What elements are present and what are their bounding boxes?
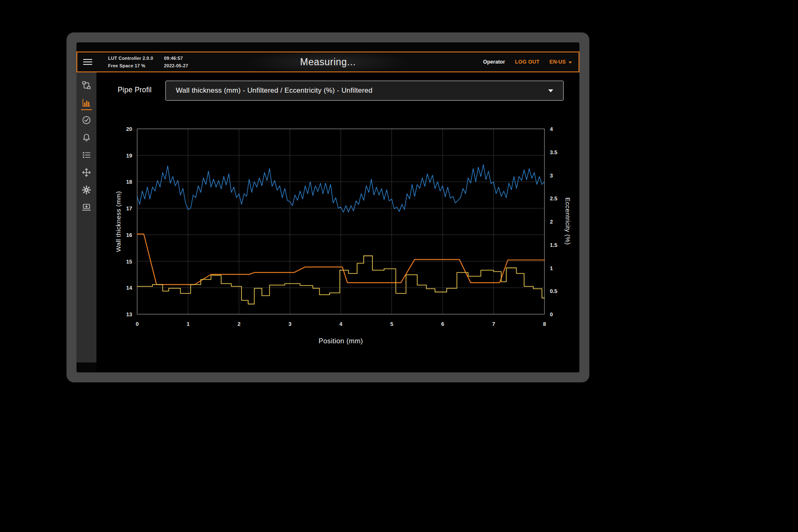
top-bar: LUT Controller 2.0.0 Free Space 17 % 09:…	[76, 52, 579, 72]
svg-text:20: 20	[126, 126, 132, 132]
profile-row: Pipe Profil Wall thickness (mm) - Unfilt…	[96, 81, 579, 101]
svg-text:2: 2	[237, 321, 240, 327]
chevron-down-icon	[569, 62, 572, 64]
chevron-down-icon	[548, 89, 553, 92]
sidebar-item-export[interactable]	[76, 199, 96, 216]
svg-text:17: 17	[126, 205, 132, 212]
sidebar-item-flow[interactable]	[76, 76, 96, 94]
date: 2022-05-27	[164, 63, 188, 68]
menu-button[interactable]	[83, 59, 92, 65]
x-axis-title: Position (mm)	[319, 337, 363, 345]
language-selector[interactable]: EN-US	[549, 59, 572, 65]
free-space: Free Space 17 %	[108, 63, 153, 68]
svg-text:0: 0	[550, 311, 553, 318]
system-info: LUT Controller 2.0.0 Free Space 17 % 09:…	[108, 56, 188, 68]
svg-text:14: 14	[126, 285, 133, 291]
list-icon	[81, 150, 91, 160]
svg-text:6: 6	[441, 321, 444, 327]
svg-text:2: 2	[550, 219, 553, 225]
flow-icon	[81, 80, 91, 90]
laptop-icon	[81, 202, 91, 212]
sidebar-item-status[interactable]	[76, 111, 96, 129]
svg-text:4: 4	[339, 321, 342, 327]
app-version: LUT Controller 2.0.0	[108, 56, 153, 61]
clock: 09:46:57	[164, 56, 188, 61]
dropdown-value: Wall thickness (mm) - Unfiltered / Eccen…	[176, 86, 372, 95]
svg-text:15: 15	[126, 259, 132, 265]
svg-text:2.5: 2.5	[550, 195, 557, 202]
logout-button[interactable]: LOG OUT	[515, 59, 539, 65]
series-dropdown[interactable]: Wall thickness (mm) - Unfiltered / Eccen…	[165, 81, 564, 101]
check-circle-icon	[81, 115, 91, 125]
svg-text:3: 3	[550, 172, 553, 179]
language-label: EN-US	[549, 59, 566, 65]
user-area: Operator LOG OUT EN-US	[483, 59, 572, 65]
screen: LUT Controller 2.0.0 Free Space 17 % 09:…	[76, 42, 579, 372]
chart-area: 131415161718192000.511.522.533.540123456…	[113, 122, 579, 363]
svg-text:1: 1	[550, 265, 553, 271]
svg-text:16: 16	[126, 232, 132, 238]
svg-text:18: 18	[126, 179, 132, 185]
svg-text:13: 13	[126, 311, 132, 318]
svg-text:3.5: 3.5	[550, 149, 557, 155]
right-axis-title: Eccentricity (%)	[564, 197, 571, 245]
move-icon	[81, 167, 91, 177]
svg-text:4: 4	[550, 126, 553, 132]
svg-text:0: 0	[135, 321, 138, 327]
svg-text:1: 1	[187, 321, 190, 327]
status-title: Measuring...	[300, 57, 356, 68]
main-panel: Pipe Profil Wall thickness (mm) - Unfilt…	[96, 72, 579, 372]
pipe-profile-label: Pipe Profil	[118, 86, 152, 94]
svg-text:19: 19	[126, 153, 132, 159]
left-axis-title: Wall thickness (mm)	[115, 191, 122, 252]
svg-text:8: 8	[543, 321, 546, 327]
sidebar-item-alarms[interactable]	[76, 129, 96, 146]
sidebar-item-chart[interactable]	[76, 94, 96, 111]
profile-chart: 131415161718192000.511.522.533.540123456…	[113, 122, 579, 355]
user-role: Operator	[483, 59, 505, 65]
hamburger-icon	[83, 59, 92, 65]
bell-icon	[81, 133, 91, 143]
gear-icon	[81, 185, 91, 195]
chart-icon	[81, 98, 91, 108]
svg-text:1.5: 1.5	[550, 242, 557, 248]
sidebar-item-settings[interactable]	[76, 181, 96, 199]
sidebar-item-move[interactable]	[76, 164, 96, 181]
svg-text:7: 7	[492, 321, 495, 327]
device-frame: LUT Controller 2.0.0 Free Space 17 % 09:…	[66, 32, 589, 382]
sidebar-item-log[interactable]	[76, 146, 96, 164]
svg-text:5: 5	[390, 321, 393, 327]
sidebar	[76, 72, 96, 362]
svg-text:3: 3	[288, 321, 291, 327]
svg-text:0.5: 0.5	[550, 288, 557, 294]
